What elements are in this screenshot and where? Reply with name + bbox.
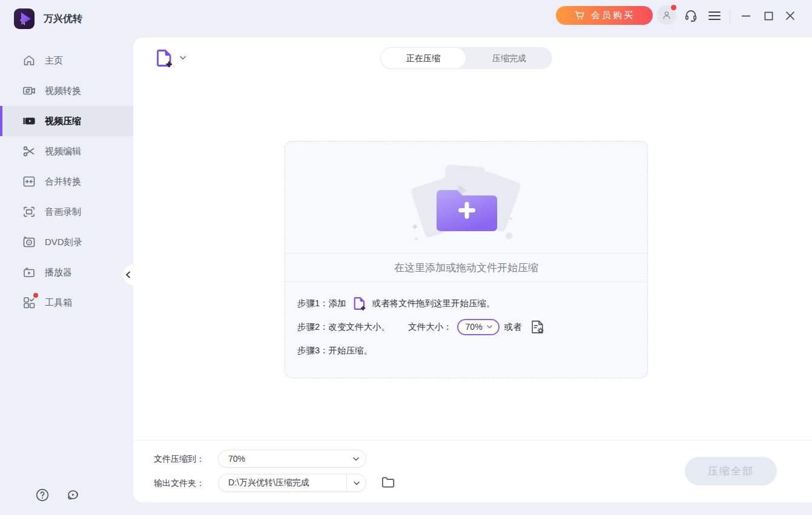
app-logo-icon	[13, 8, 35, 30]
video-compress-icon	[22, 114, 36, 128]
sidebar-item-video-edit[interactable]: 视频编辑	[0, 136, 133, 166]
step2-size-label: 文件大小：	[408, 321, 452, 333]
output-folder-dropdown[interactable]: D:\万兴优转\压缩完成	[218, 474, 366, 492]
add-folder-icon	[431, 182, 503, 237]
step2-prefix: 步骤2：改变文件大小。	[297, 321, 390, 333]
tab-compress-done[interactable]: 压缩完成	[466, 47, 552, 69]
output-folder-label: 输出文件夹：	[154, 474, 205, 492]
sidebar-item-label: 视频压缩	[45, 116, 81, 127]
step1-suffix: 或者将文件拖到这里开始压缩。	[372, 298, 495, 309]
close-button[interactable]	[782, 8, 798, 24]
sparkle-icon: ✦	[411, 221, 419, 232]
step-3: 步骤3：开始压缩。	[297, 341, 546, 359]
player-tv-icon	[22, 265, 36, 280]
footer-divider	[133, 440, 812, 441]
scissors-icon	[22, 144, 36, 159]
tab-compressing[interactable]: 正在压缩	[380, 47, 466, 69]
sidebar-item-label: 视频编辑	[45, 146, 81, 157]
add-files-button[interactable]	[153, 47, 186, 69]
compress-all-button[interactable]: 压缩全部	[685, 457, 777, 485]
app-title: 万兴优转	[44, 8, 82, 30]
decor-dot	[415, 237, 418, 240]
sidebar-item-label: 合并转换	[45, 176, 81, 188]
home-icon	[22, 53, 36, 68]
sidebar-item-player[interactable]: 播放器	[0, 257, 133, 287]
video-convert-icon	[22, 84, 36, 98]
step-2: 步骤2：改变文件大小。 文件大小： 70% 或者	[297, 318, 546, 336]
sidebar-collapse-handle[interactable]	[123, 264, 144, 285]
main-panel: 正在压缩 压缩完成 ✦ ✦	[133, 38, 812, 502]
add-file-icon	[153, 47, 175, 69]
active-indicator-bar	[0, 106, 2, 136]
step2-or-label: 或者	[504, 321, 522, 333]
menu-hamburger-icon[interactable]	[707, 8, 722, 24]
member-purchase-label: 会员购买	[591, 10, 635, 21]
notification-dot	[671, 5, 676, 10]
sidebar-item-label: DVD刻录	[45, 237, 82, 248]
support-headset-icon[interactable]	[683, 8, 699, 24]
add-file-small-icon[interactable]	[351, 295, 368, 312]
step-1: 步骤1：添加 或者将文件拖到这里开始压缩。	[297, 294, 546, 312]
sidebar-item-record[interactable]: 音画录制	[0, 197, 133, 227]
chevron-down-icon	[346, 474, 366, 491]
steps: 步骤1：添加 或者将文件拖到这里开始压缩。 步骤2：改变文件大小。 文件大小： …	[297, 294, 546, 365]
output-folder-value: D:\万兴优转\压缩完成	[219, 477, 346, 488]
screen-record-icon	[22, 205, 36, 219]
sidebar-item-label: 音画录制	[45, 206, 81, 218]
chevron-down-icon	[487, 325, 492, 329]
minimize-button[interactable]	[738, 8, 754, 24]
compress-tabs: 正在压缩 压缩完成	[380, 47, 552, 69]
compress-to-value: 70%	[219, 454, 346, 464]
browse-folder-icon[interactable]	[380, 474, 396, 490]
toolbox-badge-dot	[33, 293, 38, 298]
chevron-down-icon	[180, 56, 186, 60]
titlebar: 万兴优转 会员购买	[0, 0, 812, 38]
account-avatar[interactable]	[657, 5, 676, 25]
compress-to-dropdown[interactable]: 70%	[218, 450, 366, 468]
sidebar-item-video-convert[interactable]: 视频转换	[0, 76, 133, 106]
cart-icon	[574, 10, 586, 21]
decor-dot	[506, 232, 512, 239]
file-settings-icon[interactable]	[529, 319, 546, 335]
sparkle-icon: ✦	[508, 215, 513, 222]
compress-to-label: 文件压缩到：	[154, 450, 205, 468]
feedback-icon[interactable]	[65, 487, 81, 503]
chevron-left-icon	[125, 271, 131, 278]
member-purchase-button[interactable]: 会员购买	[556, 6, 653, 25]
titlebar-divider	[730, 10, 730, 24]
sidebar-item-label: 视频转换	[45, 85, 81, 97]
sidebar-item-toolbox[interactable]: 工具箱	[0, 287, 133, 318]
dropzone-hint: 在这里添加或拖动文件开始压缩	[285, 253, 647, 282]
chevron-down-icon	[346, 457, 366, 461]
sidebar-item-video-compress[interactable]: 视频压缩	[0, 106, 133, 136]
sidebar-item-home[interactable]: 主页	[0, 45, 133, 76]
toolbox-icon	[22, 295, 36, 310]
step3-text: 步骤3：开始压缩。	[297, 345, 372, 356]
dropzone-illustration: ✦ ✦	[285, 165, 649, 253]
sidebar-item-label: 工具箱	[45, 297, 72, 309]
sidebar-item-merge-convert[interactable]: 合并转换	[0, 166, 133, 197]
dvd-disc-icon	[22, 235, 36, 249]
sidebar: 主页 视频转换 视频压缩	[0, 38, 133, 515]
maximize-button[interactable]	[761, 8, 776, 24]
help-icon[interactable]	[35, 487, 50, 503]
file-size-value: 70%	[466, 322, 483, 332]
file-size-select[interactable]: 70%	[457, 319, 500, 335]
sidebar-item-label: 播放器	[45, 267, 72, 278]
sidebar-item-label: 主页	[45, 55, 63, 67]
sidebar-item-dvd-burn[interactable]: DVD刻录	[0, 227, 133, 257]
merge-icon	[22, 174, 36, 189]
step1-prefix: 步骤1：添加	[297, 298, 346, 309]
file-dropzone[interactable]: ✦ ✦ 在这里添加或拖动文件开始压缩 步骤	[285, 141, 648, 378]
